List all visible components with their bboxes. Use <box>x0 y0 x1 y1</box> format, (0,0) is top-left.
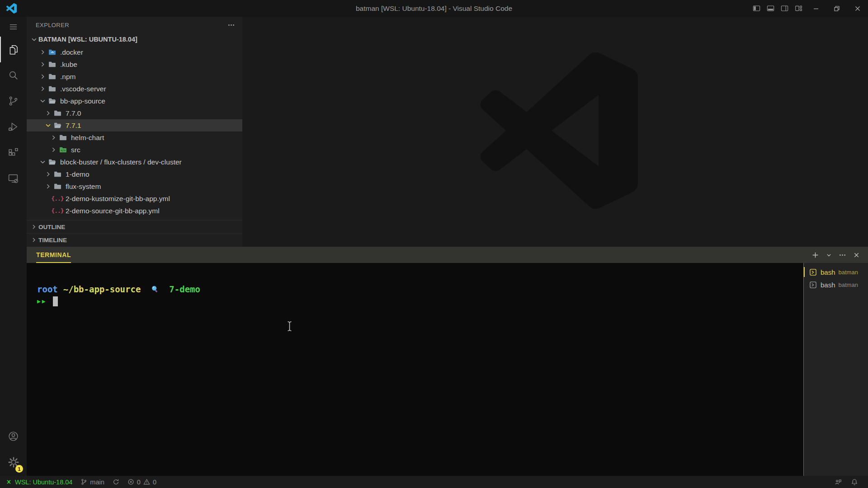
chevron-down-icon[interactable] <box>826 252 832 258</box>
remote-explorer-icon[interactable] <box>0 165 27 191</box>
minimize-icon[interactable] <box>806 0 826 17</box>
prompt-user: root <box>37 284 58 294</box>
chevron-right-icon <box>43 170 52 178</box>
folder-icon <box>52 170 62 178</box>
problems-indicator[interactable]: 0 0 <box>127 479 156 486</box>
prompt-arrows: ▶▶ <box>37 298 47 305</box>
terminal-viewport[interactable]: root ~/bb-app-source 7-demo ▶▶ <box>27 263 803 476</box>
error-icon <box>127 479 134 485</box>
terminal-tab-bash[interactable]: bashbatman <box>804 278 868 291</box>
tree-item-7.7.0[interactable]: 7.7.0 <box>27 107 242 119</box>
chevron-right-icon <box>43 183 52 190</box>
git-branch-indicator[interactable]: main <box>80 479 104 486</box>
mouse-text-cursor <box>287 321 292 332</box>
chevron-right-icon <box>29 223 38 230</box>
close-panel-icon[interactable] <box>853 252 860 258</box>
tree-item-label: 2-demo-source-git-bb-app.yml <box>66 207 160 215</box>
tree-item-helm-chart[interactable]: helm-chart <box>27 131 242 144</box>
activity-bar: 1 <box>0 17 27 476</box>
panel-actions <box>811 251 868 259</box>
toggle-primary-sidebar-icon[interactable] <box>750 0 764 17</box>
settings-badge: 1 <box>15 465 23 473</box>
workspace-section-header[interactable]: BATMAN [WSL: UBUNTU-18.04] <box>27 33 242 46</box>
tree-item-label: .kube <box>60 61 77 69</box>
toggle-panel-icon[interactable] <box>764 0 778 17</box>
outline-section-label: OUTLINE <box>38 224 65 230</box>
file-tree: .docker.kube.npm.vscode-serverbb-app-sou… <box>27 46 242 220</box>
folder-src-icon: </> <box>58 146 68 154</box>
bell-icon[interactable] <box>851 479 858 486</box>
toggle-secondary-sidebar-icon[interactable] <box>778 0 792 17</box>
explorer-sidebar: EXPLORER BATMAN [WSL: UBUNTU-18.04] .doc… <box>27 17 242 247</box>
tree-item-label: .docker <box>60 48 83 56</box>
yaml-icon: {..} <box>52 207 62 214</box>
extensions-icon[interactable] <box>0 140 27 165</box>
terminal-cursor <box>53 296 58 306</box>
tree-item-bb-app-source[interactable]: bb-app-source <box>27 95 242 107</box>
tree-item-block-buster-flux-clusters-dev-cluster[interactable]: block-buster / flux-clusters / dev-clust… <box>27 156 242 168</box>
tree-item-label: flux-system <box>66 183 101 191</box>
remote-icon <box>5 479 12 485</box>
sidebar-header: EXPLORER <box>27 17 242 33</box>
run-debug-icon[interactable] <box>0 114 27 140</box>
menu-icon[interactable] <box>0 17 27 37</box>
close-icon[interactable] <box>847 0 868 17</box>
source-control-icon[interactable] <box>0 88 27 114</box>
restore-icon[interactable] <box>826 0 847 17</box>
error-count: 0 <box>137 479 141 486</box>
folder-open-icon <box>47 158 57 166</box>
chevron-down-icon <box>38 97 47 105</box>
chevron-right-icon <box>43 109 52 117</box>
terminal-shell-label: bash <box>821 281 835 289</box>
tree-item-label: bb-app-source <box>60 97 105 105</box>
account-icon[interactable] <box>0 423 27 449</box>
folder-icon <box>47 85 57 93</box>
chevron-right-icon <box>38 48 47 56</box>
tree-item-flux-system[interactable]: flux-system <box>27 180 242 192</box>
sidebar-title: EXPLORER <box>36 22 69 28</box>
more-actions-icon[interactable] <box>839 251 846 259</box>
remote-indicator[interactable]: WSL: Ubuntu-18.04 <box>5 479 72 486</box>
tree-item-3-demo-kustomize-git-bb-app.yml[interactable]: {..}3-demo-kustomize-git-bb-app.yml <box>27 217 242 220</box>
tree-item-label: 2-demo-kustomize-git-bb-app.yml <box>66 195 170 203</box>
prompt-path: ~/bb-app-source <box>63 284 141 294</box>
tree-item-label: 7.7.1 <box>66 122 81 130</box>
tree-item-.docker[interactable]: .docker <box>27 46 242 58</box>
tree-item-label: helm-chart <box>71 134 104 142</box>
magnifier-icon <box>151 285 159 293</box>
warning-count: 0 <box>153 479 156 486</box>
tree-item-label: 7.7.0 <box>66 109 81 117</box>
tree-item-.vscode-server[interactable]: .vscode-server <box>27 83 242 95</box>
tree-item-1-demo[interactable]: 1-demo <box>27 168 242 180</box>
tab-terminal[interactable]: TERMINAL <box>36 247 71 263</box>
vscode-logo-icon <box>6 3 17 14</box>
chevron-right-icon <box>49 146 58 154</box>
terminal-tabs-list: bashbatmanbashbatman <box>804 263 868 476</box>
tree-item-2-demo-source-git-bb-app.yml[interactable]: {..}2-demo-source-git-bb-app.yml <box>27 205 242 217</box>
sync-indicator[interactable] <box>113 479 119 485</box>
customize-layout-icon[interactable] <box>792 0 806 17</box>
search-icon[interactable] <box>0 62 27 88</box>
explorer-icon[interactable] <box>0 37 27 62</box>
tree-item-7.7.1[interactable]: 7.7.1 <box>27 119 242 131</box>
tree-item-.kube[interactable]: .kube <box>27 58 242 70</box>
tree-item-src[interactable]: </>src <box>27 144 242 156</box>
prompt-env: 7-demo <box>169 284 200 294</box>
more-actions-icon[interactable] <box>227 21 235 29</box>
feedback-icon[interactable] <box>835 479 842 486</box>
outline-section-header[interactable]: OUTLINE <box>27 220 242 233</box>
workspace-section-label: BATMAN [WSL: UBUNTU-18.04] <box>38 36 137 43</box>
chevron-right-icon <box>38 73 47 80</box>
tree-item-2-demo-kustomize-git-bb-app.yml[interactable]: {..}2-demo-kustomize-git-bb-app.yml <box>27 192 242 205</box>
timeline-section-header[interactable]: TIMELINE <box>27 233 242 246</box>
terminal-workspace-label: batman <box>839 269 858 276</box>
tree-item-label: .npm <box>60 73 75 81</box>
terminal-input-line: ▶▶ <box>37 295 803 307</box>
terminal-prompt-line: root ~/bb-app-source 7-demo <box>37 283 803 295</box>
terminal-icon <box>809 281 817 289</box>
new-terminal-icon[interactable] <box>811 251 819 259</box>
settings-icon[interactable]: 1 <box>0 449 27 475</box>
tree-item-.npm[interactable]: .npm <box>27 70 242 83</box>
window-title: batman [WSL: Ubuntu-18.04] - Visual Stud… <box>136 0 732 17</box>
terminal-tab-bash[interactable]: bashbatman <box>804 266 868 278</box>
